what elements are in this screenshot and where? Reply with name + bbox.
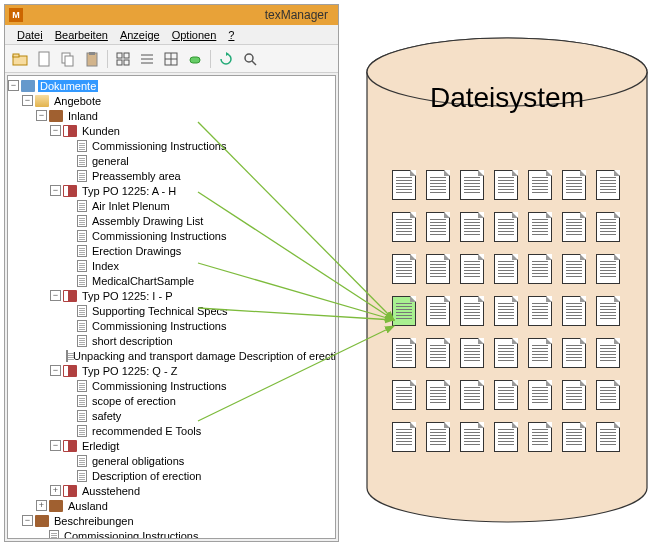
file-icon bbox=[528, 254, 552, 284]
filesystem-cylinder: Dateisystem bbox=[360, 32, 654, 528]
node-ausland[interactable]: Ausland bbox=[66, 500, 110, 512]
node-angebote[interactable]: Angebote bbox=[52, 95, 103, 107]
tree-doc[interactable]: safety bbox=[90, 410, 123, 422]
toggle-icon[interactable] bbox=[184, 48, 206, 70]
toggle-icon[interactable]: + bbox=[50, 485, 61, 496]
file-icon bbox=[494, 338, 518, 368]
toggle-icon[interactable]: − bbox=[8, 80, 19, 91]
tree-doc[interactable]: Erection Drawings bbox=[90, 245, 183, 257]
doc-icon bbox=[77, 140, 87, 152]
tree-doc[interactable]: Commissioning Instructions bbox=[90, 140, 229, 152]
doc-icon bbox=[77, 410, 87, 422]
tree-panel[interactable]: −Dokumente −Angebote −Inland −Kunden Com… bbox=[7, 75, 336, 539]
node-typ-q[interactable]: Typ PO 1225: Q - Z bbox=[80, 365, 179, 377]
doc-icon bbox=[77, 200, 87, 212]
node-dokumente[interactable]: Dokumente bbox=[38, 80, 98, 92]
file-icon bbox=[528, 212, 552, 242]
book-icon bbox=[63, 290, 77, 302]
svg-rect-7 bbox=[117, 53, 122, 58]
tree-doc[interactable]: recommended E Tools bbox=[90, 425, 203, 437]
file-icon bbox=[562, 296, 586, 326]
file-icon bbox=[494, 380, 518, 410]
tree-doc[interactable]: Commissioning Instructions bbox=[90, 380, 229, 392]
doc-icon bbox=[77, 230, 87, 242]
tree-doc[interactable]: Commissioning Instructions bbox=[62, 530, 201, 540]
file-icon bbox=[494, 296, 518, 326]
tree-doc[interactable]: Supporting Technical Specs bbox=[90, 305, 230, 317]
node-inland[interactable]: Inland bbox=[66, 110, 100, 122]
file-icon bbox=[392, 212, 416, 242]
doc-icon bbox=[66, 350, 68, 362]
svg-rect-1 bbox=[13, 54, 19, 57]
tree-doc[interactable]: Description of erection bbox=[90, 470, 203, 482]
file-icon bbox=[562, 380, 586, 410]
node-typ-a[interactable]: Typ PO 1225: A - H bbox=[80, 185, 178, 197]
folder-icon[interactable] bbox=[9, 48, 31, 70]
file-icon bbox=[392, 422, 416, 452]
tree-doc[interactable]: Preassembly area bbox=[90, 170, 183, 182]
new-doc-icon[interactable] bbox=[33, 48, 55, 70]
menu-file[interactable]: Datei bbox=[11, 27, 49, 43]
list-icon[interactable] bbox=[136, 48, 158, 70]
file-icon bbox=[426, 296, 450, 326]
toggle-icon[interactable]: − bbox=[22, 515, 33, 526]
tree-doc[interactable]: Unpacking and transport damage Descripti… bbox=[71, 350, 336, 362]
menu-edit[interactable]: Bearbeiten bbox=[49, 27, 114, 43]
search-icon[interactable] bbox=[239, 48, 261, 70]
toggle-icon[interactable]: − bbox=[50, 365, 61, 376]
toggle-icon[interactable]: − bbox=[50, 185, 61, 196]
tree-doc[interactable]: Commissioning Instructions bbox=[90, 230, 229, 242]
doc-icon bbox=[77, 320, 87, 332]
node-erledigt[interactable]: Erledigt bbox=[80, 440, 121, 452]
file-icon bbox=[562, 254, 586, 284]
toggle-icon[interactable]: − bbox=[50, 440, 61, 451]
node-ausstehend[interactable]: Ausstehend bbox=[80, 485, 142, 497]
toggle-icon[interactable]: + bbox=[36, 500, 47, 511]
node-typ-i[interactable]: Typ PO 1225: I - P bbox=[80, 290, 175, 302]
file-icon bbox=[426, 254, 450, 284]
tree-doc[interactable]: scope of erection bbox=[90, 395, 178, 407]
toggle-icon[interactable]: − bbox=[50, 125, 61, 136]
doc-grid bbox=[392, 170, 622, 456]
svg-rect-4 bbox=[65, 56, 73, 66]
tree-doc[interactable]: Assembly Drawing List bbox=[90, 215, 205, 227]
svg-point-19 bbox=[245, 54, 253, 62]
svg-rect-9 bbox=[117, 60, 122, 65]
tree-doc[interactable]: general bbox=[90, 155, 131, 167]
node-beschreibungen[interactable]: Beschreibungen bbox=[52, 515, 136, 527]
file-icon bbox=[460, 338, 484, 368]
doc-icon bbox=[77, 380, 87, 392]
tree-doc[interactable]: Commissioning Instructions bbox=[90, 320, 229, 332]
doc-icon bbox=[77, 275, 87, 287]
tree-doc[interactable]: short description bbox=[90, 335, 175, 347]
refresh-icon[interactable] bbox=[215, 48, 237, 70]
menu-help[interactable]: ? bbox=[222, 27, 240, 43]
app-window: M texManager Datei Bearbeiten Anzeige Op… bbox=[4, 4, 339, 542]
menubar: Datei Bearbeiten Anzeige Optionen ? bbox=[5, 25, 338, 45]
toggle-icon[interactable]: − bbox=[36, 110, 47, 121]
doc-icon bbox=[77, 455, 87, 467]
toggle-icon[interactable]: − bbox=[22, 95, 33, 106]
file-icon bbox=[460, 254, 484, 284]
tree-doc[interactable]: Air Inlet Plenum bbox=[90, 200, 172, 212]
book-icon bbox=[63, 440, 77, 452]
paste-icon[interactable] bbox=[81, 48, 103, 70]
file-icon bbox=[460, 212, 484, 242]
book-icon bbox=[63, 125, 77, 137]
node-kunden[interactable]: Kunden bbox=[80, 125, 122, 137]
book-icon bbox=[63, 185, 77, 197]
file-icon bbox=[392, 170, 416, 200]
tree-doc[interactable]: general obligations bbox=[90, 455, 186, 467]
menu-view[interactable]: Anzeige bbox=[114, 27, 166, 43]
tree-doc[interactable]: MedicalChartSample bbox=[90, 275, 196, 287]
file-icon bbox=[392, 338, 416, 368]
toolbar-sep bbox=[107, 50, 108, 68]
copy-icon[interactable] bbox=[57, 48, 79, 70]
svg-rect-10 bbox=[124, 60, 129, 65]
grid-icon[interactable] bbox=[112, 48, 134, 70]
tile-icon[interactable] bbox=[160, 48, 182, 70]
menu-options[interactable]: Optionen bbox=[166, 27, 223, 43]
toggle-icon[interactable]: − bbox=[50, 290, 61, 301]
tree-doc[interactable]: Index bbox=[90, 260, 121, 272]
file-icon bbox=[596, 254, 620, 284]
